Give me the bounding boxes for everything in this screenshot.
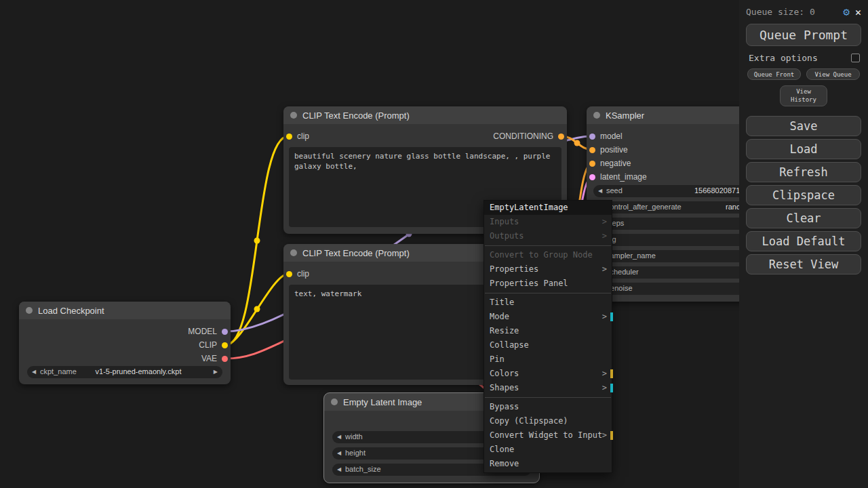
collapse-dot-icon[interactable]: [331, 399, 338, 405]
menu-item-properties-panel[interactable]: Properties Panel: [484, 277, 612, 291]
widget-label: sampler_name: [606, 251, 656, 260]
save-button[interactable]: Save: [746, 116, 861, 136]
submenu-arrow-icon: >: [602, 229, 607, 243]
port-label: CLIP: [199, 340, 217, 350]
clear-button[interactable]: Clear: [746, 208, 861, 228]
context-menu-title: EmptyLatentImage: [484, 201, 612, 215]
port-label: negative: [600, 159, 631, 168]
menu-item-collapse[interactable]: Collapse: [484, 338, 612, 352]
node-load-checkpoint[interactable]: Load Checkpoint MODEL CLIP VAE ◀ ckpt_na…: [19, 302, 231, 384]
output-clip[interactable]: CLIP: [199, 340, 231, 350]
context-menu: EmptyLatentImage Inputs> Outputs> Conver…: [484, 200, 612, 473]
menu-item-colors[interactable]: Colors>: [484, 367, 612, 381]
widget-label: batch_size: [345, 465, 381, 473]
submenu-mark: [610, 431, 613, 440]
menu-separator: [485, 245, 611, 246]
submenu-mark: [610, 312, 613, 321]
widget-label: height: [345, 449, 366, 457]
ckpt-name-widget[interactable]: ◀ ckpt_name v1-5-pruned-emaonly.ckpt ▶: [27, 366, 222, 378]
conditioning-port-icon[interactable]: [558, 134, 564, 140]
widget-label: width: [345, 432, 363, 441]
submenu-arrow-icon: >: [602, 428, 607, 443]
node-title: CLIP Text Encode (Prompt): [302, 248, 410, 258]
arrow-left-icon[interactable]: ◀: [337, 434, 341, 440]
node-title: Load Checkpoint: [38, 306, 104, 316]
menu-item-resize[interactable]: Resize: [484, 324, 612, 338]
node-title: KSampler: [606, 110, 644, 121]
view-queue-button[interactable]: View Queue: [806, 68, 860, 80]
conditioning-port-icon[interactable]: [589, 161, 595, 167]
menu-item-clone[interactable]: Clone: [484, 443, 612, 457]
node-titlebar[interactable]: CLIP Text Encode (Prompt): [283, 106, 567, 124]
input-positive[interactable]: positive: [587, 145, 628, 155]
collapse-dot-icon[interactable]: [290, 112, 297, 119]
arrow-left-icon[interactable]: ◀: [337, 466, 341, 472]
menu-item-remove[interactable]: Remove: [484, 457, 612, 471]
input-clip[interactable]: clip: [283, 131, 309, 141]
queue-prompt-button[interactable]: Queue Prompt: [746, 24, 861, 46]
widget-label: seed: [606, 186, 623, 195]
input-model[interactable]: model: [587, 131, 623, 141]
settings-gear-icon[interactable]: ⚙: [843, 5, 850, 18]
input-clip[interactable]: clip: [283, 269, 309, 279]
comfy-menu-panel: Queue size: 0 ⚙ ✕ Queue Prompt Extra opt…: [739, 0, 868, 488]
menu-item-shapes[interactable]: Shapes>: [484, 381, 612, 395]
arrow-left-icon[interactable]: ◀: [337, 450, 341, 456]
menu-item-convert-to-group-node: Convert to Group Node: [484, 248, 612, 262]
link-dot: [254, 306, 260, 312]
menu-item-mode[interactable]: Mode>: [484, 310, 612, 324]
submenu-arrow-icon: >: [602, 367, 607, 381]
view-history-button[interactable]: View History: [780, 85, 827, 106]
output-model[interactable]: MODEL: [188, 327, 231, 336]
port-label: model: [600, 131, 623, 141]
queue-size-label: Queue size: 0: [746, 7, 837, 17]
collapse-dot-icon[interactable]: [593, 112, 600, 119]
close-icon[interactable]: ✕: [855, 6, 861, 18]
menu-item-pin[interactable]: Pin: [484, 352, 612, 367]
input-latent-image[interactable]: latent_image: [587, 172, 647, 182]
port-label: positive: [600, 145, 628, 155]
arrow-left-icon[interactable]: ◀: [32, 369, 36, 375]
vae-port-icon[interactable]: [222, 356, 228, 362]
menu-separator: [485, 397, 611, 398]
model-port-icon[interactable]: [589, 134, 595, 140]
menu-item-copy-clipspace[interactable]: Copy (Clipspace): [484, 414, 612, 428]
link-dot: [574, 140, 580, 146]
submenu-arrow-icon: >: [602, 310, 607, 324]
menu-item-title[interactable]: Title: [484, 296, 612, 310]
menu-item-properties[interactable]: Properties>: [484, 262, 612, 277]
clip-port-icon[interactable]: [222, 342, 228, 348]
output-conditioning[interactable]: CONDITIONING: [493, 131, 567, 141]
port-label: clip: [297, 131, 309, 141]
model-port-icon[interactable]: [222, 329, 228, 335]
collapse-dot-icon[interactable]: [290, 249, 297, 256]
clipspace-button[interactable]: Clipspace: [746, 185, 861, 205]
input-negative[interactable]: negative: [587, 159, 631, 168]
menu-item-convert-widget-to-input[interactable]: Convert Widget to Input>: [484, 428, 612, 443]
node-titlebar[interactable]: Load Checkpoint: [19, 302, 231, 319]
refresh-button[interactable]: Refresh: [746, 162, 861, 182]
arrow-left-icon[interactable]: ◀: [598, 188, 602, 194]
submenu-arrow-icon: >: [602, 262, 607, 277]
clip-port-icon[interactable]: [286, 134, 292, 140]
output-vae[interactable]: VAE: [201, 354, 231, 363]
latent-port-icon[interactable]: [589, 174, 595, 180]
conditioning-port-icon[interactable]: [589, 147, 595, 153]
arrow-right-icon[interactable]: ▶: [214, 369, 218, 375]
menu-item-bypass[interactable]: Bypass: [484, 400, 612, 414]
menu-separator: [485, 293, 611, 293]
load-button[interactable]: Load: [746, 139, 861, 159]
extra-options-checkbox[interactable]: [851, 54, 860, 62]
queue-front-button[interactable]: Queue Front: [747, 68, 801, 80]
clip-port-icon[interactable]: [286, 271, 292, 277]
collapse-dot-icon[interactable]: [26, 307, 33, 314]
menu-item-inputs: Inputs>: [484, 215, 612, 229]
reset-view-button[interactable]: Reset View: [746, 254, 861, 274]
node-title: Empty Latent Image: [343, 397, 422, 407]
submenu-mark: [610, 369, 613, 378]
load-default-button[interactable]: Load Default: [746, 231, 861, 251]
port-label: VAE: [201, 354, 217, 363]
port-label: clip: [297, 269, 309, 279]
comfyui-canvas[interactable]: Load Checkpoint MODEL CLIP VAE ◀ ckpt_na…: [0, 0, 868, 488]
widget-label: control_after_generate: [606, 203, 682, 211]
